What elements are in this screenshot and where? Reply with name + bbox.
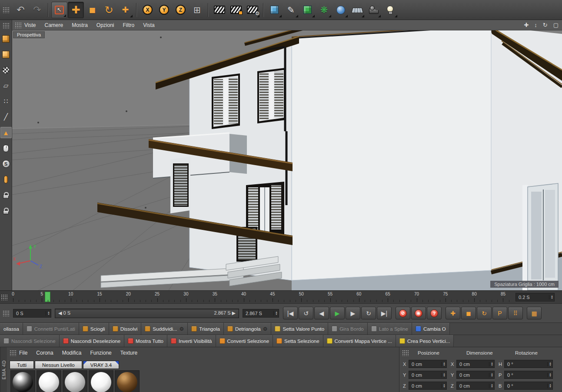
material-thumbnail-1[interactable] [10,370,35,392]
deformers-button[interactable]: ❋ [316,2,332,18]
floor-button[interactable] [349,2,365,18]
redo-button[interactable]: ↷ [29,2,45,18]
coordinate-field-x[interactable]: 0 cm▲▼ [409,360,447,368]
spinner-icon[interactable]: ▲▼ [549,295,553,299]
spinner-icon[interactable]: ▲▼ [489,373,493,377]
palette-handle-icon[interactable] [10,350,17,356]
environment-button[interactable] [333,2,349,18]
previous-frame-button[interactable]: ◀ [314,307,329,319]
polygons-mode-button[interactable]: ▲ [0,127,12,138]
palette-handle-icon[interactable] [3,23,10,29]
palette-handle-icon[interactable] [15,22,22,28]
texture-mode-button[interactable] [0,64,12,76]
model-mode-button[interactable] [0,49,12,60]
record-keyframe-button[interactable]: ⊘ [396,307,410,319]
command-suddividi[interactable]: Suddividi...⚙ [141,323,188,335]
keying-help-button[interactable]: ? [427,307,442,319]
material-menu-file[interactable]: File [19,350,27,356]
viewport-menu-camere[interactable]: Camere [44,22,63,28]
live-selection-button[interactable]: ↖ [51,2,67,18]
key-rotation-button[interactable]: ↻ [477,307,492,319]
key-scale-button[interactable]: ◼ [461,307,476,319]
layer-tab-nessun-livello[interactable]: Nessun Livello [35,361,82,369]
magnet-tool-button[interactable] [0,174,12,185]
render-picture-viewer-button[interactable] [228,2,244,18]
camera-button[interactable] [366,2,382,18]
key-parameter-button[interactable]: P [492,307,507,319]
material-thumbnail-4[interactable] [89,370,113,392]
rotate-tool-button[interactable]: ↻ [101,2,117,18]
coordinate-system-button[interactable]: ⊞ [189,2,205,18]
rotate-view-icon[interactable]: ↻ [543,22,548,28]
animation-mode-button[interactable] [0,143,12,154]
3d-scene[interactable]: Y X Z [12,30,562,290]
viewport-menu-opzioni[interactable]: Opzioni [96,22,114,28]
coordinate-field-h[interactable]: 0 °▲▼ [504,360,553,368]
spinner-icon[interactable]: ▲▼ [441,362,446,366]
viewport-menu-filtro[interactable]: Filtro [123,22,135,28]
spinner-icon[interactable]: ▲▼ [547,373,552,377]
coordinate-field-p[interactable]: 0 °▲▼ [504,371,553,379]
make-editable-button[interactable] [0,33,12,44]
command-detriangola[interactable]: Detriangola⚙ [224,323,272,335]
material-thumbnail-3[interactable] [63,370,87,392]
palette-handle-icon[interactable] [3,310,10,316]
play-loop-button[interactable]: ↻ [361,307,376,319]
add-spline-pen-button[interactable]: ✎ [283,2,299,18]
light-button[interactable] [382,2,398,18]
material-menu-funzione[interactable]: Funzione [90,350,111,356]
command-converti-selezione[interactable]: Converti Selezione [216,335,273,347]
viewport-menu-mostra[interactable]: Mostra [72,22,88,28]
viewport-menu-viste[interactable]: Viste [24,22,36,28]
render-settings-button[interactable]: ⚙ [244,2,260,18]
layer-tab-vray-3-4[interactable]: VRAY 3.4 [83,361,119,369]
palette-handle-icon[interactable] [1,294,8,300]
coordinate-field-x[interactable]: 0 cm▲▼ [456,360,495,368]
viewport[interactable]: Y X Z Prospettiva Spaziatura Griglia : 1… [12,30,562,290]
spinner-icon[interactable]: ▲▼ [46,311,50,316]
command-setta-valore-punto[interactable]: Setta Valore Punto [271,323,328,335]
palette-handle-icon[interactable] [3,7,10,13]
scale-tool-button[interactable]: ◼ [84,2,100,18]
key-pla-button[interactable]: ⠿ [508,307,523,319]
command-nascondi-deselezione[interactable]: Nascondi Deselezione [60,335,124,347]
material-thumbnail-5[interactable] [115,370,140,392]
spinner-icon[interactable]: ▲▼ [489,384,493,388]
material-menu-modifica[interactable]: Modifica [62,350,82,356]
generators-button[interactable] [299,2,316,18]
coordinate-field-b[interactable]: 0 °▲▼ [504,382,553,390]
command-cambia-o[interactable]: Cambia O [412,323,450,335]
play-backward-button[interactable]: ↺ [299,307,313,319]
command-ollassa[interactable]: ollassa [0,323,23,335]
render-view-button[interactable] [211,2,227,18]
command-setta-selezione[interactable]: Setta Selezione [273,335,323,347]
command-dissolvi[interactable]: Dissolvi [109,323,142,335]
goto-start-button[interactable]: |◀ [283,307,298,319]
material-menu-texture[interactable]: Texture [120,350,137,356]
timeline-track[interactable]: 0510152025303540455055606570758085 [10,291,512,303]
edges-mode-button[interactable]: ╱ [0,111,12,123]
command-inverti-visibilit[interactable]: Inverti Visibilità [167,335,216,347]
command-options-gear-icon[interactable]: ⚙ [180,326,184,332]
spinner-icon[interactable]: ▲▼ [441,373,446,377]
coordinate-field-y[interactable]: 0 cm▲▼ [409,371,447,379]
workplane-mode-button[interactable]: ▱ [0,80,12,91]
coordinate-field-y[interactable]: 0 cm▲▼ [456,371,495,379]
play-forward-button[interactable]: ▶ [330,307,345,319]
add-primitive-cube-button[interactable] [266,2,283,18]
duration-field[interactable]: 2.867 S ▲▼ [243,309,279,318]
command-options-gear-icon[interactable]: ⚙ [263,326,268,332]
spinner-icon[interactable]: ▲▼ [547,384,552,388]
material-menu-corona[interactable]: Corona [36,350,53,356]
goto-end-button[interactable]: ▶| [377,307,392,319]
spinner-icon[interactable]: ▲▼ [441,384,446,388]
view-label[interactable]: Prospettiva [13,31,45,38]
lock-z-axis-button[interactable]: Z [173,2,189,18]
command-mostra-tutto[interactable]: Mostra Tutto [124,335,167,347]
lock-y-axis-button[interactable]: Y [156,2,172,18]
command-sciogli[interactable]: Sciogli [79,323,109,335]
autokey-button[interactable]: ◉ [411,307,426,319]
spinner-icon[interactable]: ▲▼ [489,362,493,366]
undo-button[interactable]: ↶ [13,2,29,18]
coordinate-field-z[interactable]: 0 cm▲▼ [456,382,495,390]
